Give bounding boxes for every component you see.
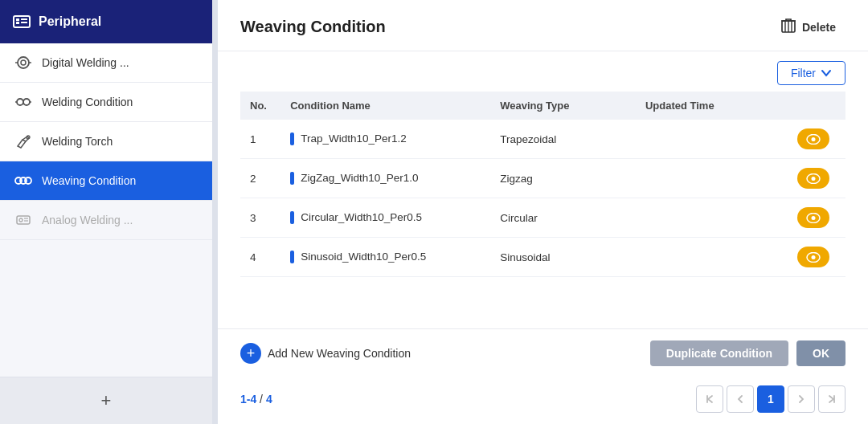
sidebar-add-button[interactable]: +	[94, 389, 118, 413]
page-1-button[interactable]: 1	[757, 385, 784, 413]
table-container: No. Condition Name Weaving Type Updated …	[218, 92, 868, 328]
page-info: 1-4 / 4	[240, 393, 272, 406]
svg-point-29	[811, 177, 815, 181]
cell-no: 3	[240, 198, 280, 238]
delete-label: Delete	[802, 21, 836, 34]
condition-flag	[290, 132, 294, 145]
cell-no: 4	[240, 238, 280, 277]
svg-rect-3	[21, 22, 27, 23]
view-button[interactable]	[797, 128, 829, 149]
svg-point-9	[17, 99, 23, 105]
view-button[interactable]	[797, 247, 829, 267]
svg-rect-4	[16, 22, 19, 24]
svg-point-31	[811, 216, 815, 220]
cell-weaving-type: Sinusoidal	[490, 238, 636, 277]
sidebar-items-list: Digital Welding ... Welding Condition	[0, 43, 212, 377]
cell-condition-name: Sinusoid_Width10_Per0.5	[280, 238, 490, 277]
digital-welding-icon	[14, 55, 32, 71]
add-condition-button[interactable]: + Add New Weaving Condition	[240, 343, 411, 364]
pagination: 1	[696, 385, 845, 413]
last-page-button[interactable]	[818, 385, 845, 413]
cell-action	[781, 120, 845, 159]
view-button[interactable]	[797, 168, 829, 189]
svg-point-33	[811, 255, 815, 259]
svg-rect-1	[16, 18, 19, 21]
cell-condition-name: ZigZag_Width10_Per1.0	[280, 159, 490, 198]
svg-point-6	[21, 60, 26, 65]
sidebar-item-weaving-condition[interactable]: Weaving Condition	[0, 161, 212, 201]
sidebar-item-welding-condition[interactable]: Welding Condition	[0, 83, 212, 122]
table-row: 1 Trap_Width10_Per1.2 Trapezoidal	[240, 120, 845, 159]
duplicate-condition-button[interactable]: Duplicate Condition	[650, 340, 788, 366]
sidebar-item-welding-condition-label: Welding Condition	[42, 96, 133, 108]
main-header: Weaving Condition Delete	[218, 0, 868, 51]
cell-weaving-type: Circular	[490, 198, 636, 238]
view-button[interactable]	[797, 207, 829, 228]
col-header-action	[781, 92, 845, 120]
svg-point-5	[18, 57, 29, 68]
filter-button[interactable]: Filter	[777, 61, 845, 85]
condition-flag	[290, 211, 294, 224]
cell-weaving-type: Zigzag	[490, 159, 636, 198]
sidebar: Peripheral Digital Welding ...	[0, 0, 213, 424]
add-condition-label: Add New Weaving Condition	[268, 347, 411, 360]
filter-label: Filter	[791, 67, 816, 80]
svg-rect-2	[21, 18, 27, 20]
sidebar-item-welding-torch-label: Welding Torch	[42, 135, 113, 148]
pagination-bar: 1-4 / 4 1	[218, 377, 868, 424]
welding-condition-icon	[14, 94, 32, 110]
welding-torch-icon	[14, 133, 32, 149]
add-condition-icon: +	[240, 343, 261, 364]
cell-no: 1	[240, 120, 280, 159]
cell-action	[781, 159, 845, 198]
sidebar-footer: +	[0, 377, 212, 424]
svg-point-27	[811, 137, 815, 141]
sidebar-header: Peripheral	[0, 0, 212, 43]
toolbar: Filter	[218, 51, 868, 92]
weaving-condition-icon	[14, 173, 32, 189]
page-total: 4	[266, 393, 272, 406]
table-row: 4 Sinusoid_Width10_Per0.5 Sinusoidal	[240, 238, 845, 277]
prev-page-button[interactable]	[727, 385, 754, 413]
col-header-no: No.	[240, 92, 280, 120]
cell-updated-time	[636, 120, 781, 159]
col-header-weaving-type: Weaving Type	[490, 92, 636, 120]
bottom-bar: + Add New Weaving Condition Duplicate Co…	[218, 328, 868, 377]
trash-icon	[781, 18, 796, 36]
sidebar-item-digital-welding-label: Digital Welding ...	[42, 56, 129, 69]
first-page-button[interactable]	[696, 385, 723, 413]
cell-action	[781, 238, 845, 277]
cell-updated-time	[636, 238, 781, 277]
page-title: Weaving Condition	[240, 18, 386, 36]
table-header-row: No. Condition Name Weaving Type Updated …	[240, 92, 845, 120]
sidebar-title: Peripheral	[39, 14, 101, 29]
cell-action	[781, 198, 845, 238]
sidebar-item-analog-welding: Analog Welding ...	[0, 201, 212, 240]
delete-button[interactable]: Delete	[772, 13, 845, 41]
next-page-button[interactable]	[788, 385, 815, 413]
cell-updated-time	[636, 159, 781, 198]
sidebar-item-welding-torch[interactable]: Welding Torch	[0, 122, 212, 161]
cell-condition-name: Trap_Width10_Per1.2	[280, 120, 490, 159]
svg-point-10	[23, 99, 30, 105]
action-buttons: Duplicate Condition OK	[650, 340, 845, 366]
page-range: 1-4	[240, 393, 256, 406]
table-row: 3 Circular_Width10_Per0.5 Circular	[240, 198, 845, 238]
svg-point-18	[19, 218, 23, 222]
sidebar-item-analog-welding-label: Analog Welding ...	[42, 214, 133, 226]
cell-no: 2	[240, 159, 280, 198]
table-row: 2 ZigZag_Width10_Per1.0 Zigzag	[240, 159, 845, 198]
chevron-down-icon	[821, 67, 832, 80]
conditions-table: No. Condition Name Weaving Type Updated …	[240, 92, 845, 277]
sidebar-item-weaving-condition-label: Weaving Condition	[42, 174, 136, 187]
cell-updated-time	[636, 198, 781, 238]
sidebar-item-digital-welding[interactable]: Digital Welding ...	[0, 43, 212, 83]
cell-condition-name: Circular_Width10_Per0.5	[280, 198, 490, 238]
ok-button[interactable]: OK	[796, 340, 845, 366]
cell-weaving-type: Trapezoidal	[490, 120, 636, 159]
analog-welding-icon	[14, 212, 32, 228]
condition-flag	[290, 251, 294, 263]
col-header-updated-time: Updated Time	[636, 92, 781, 120]
table-body: 1 Trap_Width10_Per1.2 Trapezoidal 2 ZigZ…	[240, 120, 845, 277]
col-header-condition-name: Condition Name	[280, 92, 490, 120]
